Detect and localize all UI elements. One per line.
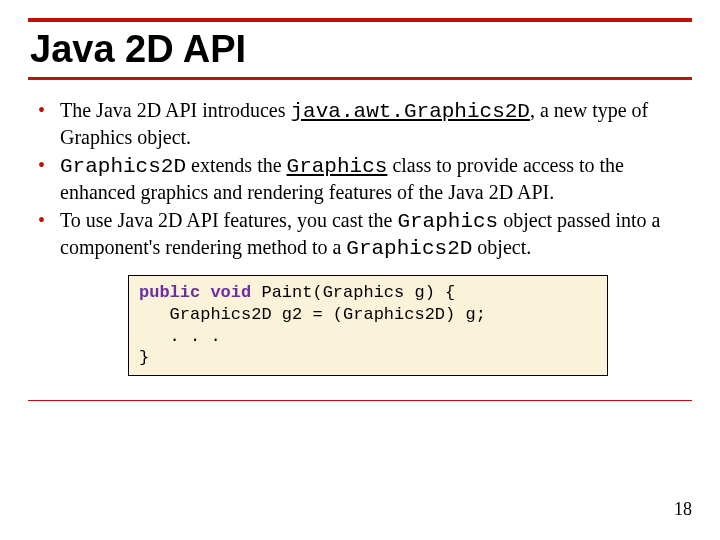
top-rule (28, 18, 692, 22)
bullet-3-code-a: Graphics (397, 210, 498, 233)
code-signature-rest: Paint(Graphics g) { (251, 283, 455, 302)
code-example: public void Paint(Graphics g) { Graphics… (128, 275, 608, 376)
code-line-2: Graphics2D g2 = (Graphics2D) g; (139, 305, 486, 324)
slide: Java 2D API The Java 2D API introduces j… (0, 0, 720, 540)
bullet-1-text-a: The Java 2D API introduces (60, 99, 291, 121)
bullet-3-text-c: object. (472, 236, 531, 258)
bottom-rule (28, 400, 692, 401)
bullet-item-2: Graphics2D extends the Graphics class to… (34, 153, 692, 204)
bullet-list: The Java 2D API introduces java.awt.Grap… (34, 98, 692, 261)
graphics-link[interactable]: Graphics (287, 155, 388, 178)
bullet-item-3: To use Java 2D API features, you cast th… (34, 208, 692, 261)
bullet-item-1: The Java 2D API introduces java.awt.Grap… (34, 98, 692, 149)
bullet-2-code-a: Graphics2D (60, 155, 186, 178)
keyword-void: void (210, 283, 251, 302)
bullet-3-text-a: To use Java 2D API features, you cast th… (60, 209, 397, 231)
title-underline-rule (28, 77, 692, 80)
bullet-2-text-a: extends the (186, 154, 287, 176)
keyword-public: public (139, 283, 200, 302)
code-block: public void Paint(Graphics g) { Graphics… (128, 275, 608, 376)
page-number: 18 (674, 499, 692, 520)
graphics2d-link[interactable]: java.awt.Graphics2D (291, 100, 530, 123)
code-line-4: } (139, 348, 149, 367)
slide-title: Java 2D API (30, 28, 692, 71)
code-line-3: . . . (139, 327, 221, 346)
bullet-3-code-b: Graphics2D (346, 237, 472, 260)
